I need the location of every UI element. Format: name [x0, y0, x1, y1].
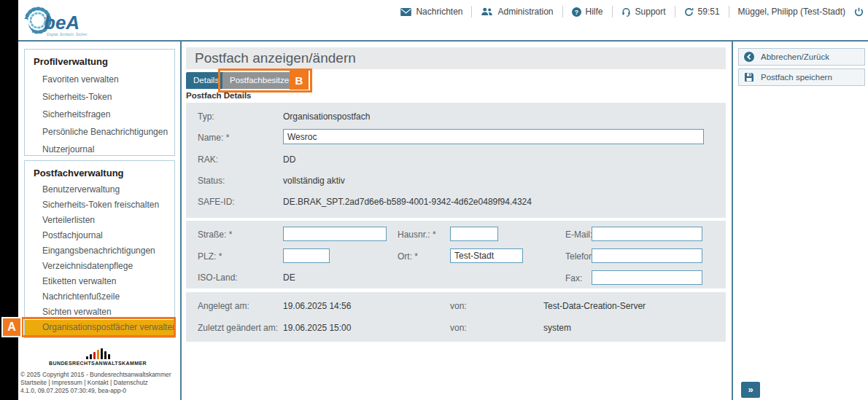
geaendert-von-label: von: — [450, 323, 467, 333]
nav-label: Administration — [497, 7, 553, 17]
header-divider — [18, 40, 868, 42]
cancel-back-button[interactable]: Abbrechen/Zurück — [738, 48, 865, 66]
email-input[interactable] — [592, 227, 702, 241]
envelope-icon — [400, 8, 411, 16]
nav-hilfe[interactable]: ? Hilfe — [572, 7, 603, 17]
geaendert-value: 19.06.2025 15:00 — [283, 323, 351, 333]
ort-input[interactable] — [450, 248, 523, 263]
strasse-label: Straße: * — [198, 230, 232, 240]
sidebar-item[interactable]: Etiketten verwalten — [25, 274, 174, 289]
cancel-back-label: Abbrechen/Zurück — [761, 52, 829, 61]
content-right-divider — [732, 42, 733, 400]
power-icon[interactable] — [854, 7, 864, 17]
support-icon — [621, 7, 631, 17]
telefon-input[interactable] — [592, 248, 702, 263]
bea-logo: beA Digital. Einfach. Sicher. — [22, 1, 102, 39]
sidebar-section-title: Profilverwaltung — [34, 56, 174, 67]
angelegt-value: 19.06.2025 14:56 — [283, 301, 351, 311]
brak-brand-text: BUNDESRECHTSANWALTSKAMMER — [20, 361, 175, 366]
sidebar-item[interactable]: Verzeichnisdatenpflege — [25, 259, 174, 274]
sidebar-item[interactable]: Postfachjournal — [25, 228, 174, 243]
divider — [675, 6, 675, 17]
footer-links[interactable]: Startseite | Impressum | Kontakt | Daten… — [20, 379, 175, 387]
svg-text:?: ? — [574, 8, 578, 15]
fax-label: Fax: — [565, 273, 582, 283]
details-panel: Typ: Organisationspostfach Name: * RAK: … — [186, 103, 726, 218]
collapse-panel-button[interactable]: » — [741, 382, 760, 398]
isoland-label: ISO-Land: — [198, 272, 238, 283]
sidebar-item-list: Favoriten verwaltenSicherheits-TokenSich… — [25, 71, 174, 156]
angelegt-von-label: von: — [450, 301, 467, 311]
name-label: Name: * — [198, 133, 229, 143]
plz-label: PLZ: * — [198, 251, 222, 262]
sidebar-item[interactable]: Nutzerjournal — [25, 141, 174, 156]
divider — [562, 6, 563, 17]
sidebar-item[interactable]: Eingangsbenachrichtigungen — [25, 243, 174, 259]
nav-support[interactable]: Support — [621, 7, 666, 17]
user-name: Müggel, Philipp (Test-Stadt) — [738, 7, 845, 17]
rak-value: DD — [283, 154, 295, 165]
fax-input[interactable] — [592, 270, 702, 285]
session-timer[interactable]: 59:51 — [684, 7, 720, 17]
strasse-input[interactable] — [283, 227, 387, 241]
sidebar-item[interactable]: Verteilerlisten — [25, 213, 174, 228]
sidebar-item[interactable]: Sicherheitsfragen — [25, 106, 174, 123]
geaendert-von-value: system — [543, 323, 571, 333]
save-icon — [744, 72, 754, 82]
ort-label: Ort: * — [398, 251, 418, 262]
meta-panel: Angelegt am: 19.06.2025 14:56 von: Test-… — [186, 292, 726, 342]
footer-version: 4.1.0, 09.07.2025 07:30:49, bea-app-0 — [20, 387, 175, 395]
nav-nachrichten[interactable]: Nachrichten — [400, 7, 462, 17]
refresh-icon — [684, 7, 694, 17]
sidebar-item[interactable]: Sicherheits-Token freischalten — [25, 197, 174, 213]
status-value: vollständig aktiv — [283, 176, 345, 186]
plz-input[interactable] — [283, 248, 330, 263]
sidebar-item[interactable]: Nachrichtenfußzeile — [25, 289, 174, 305]
sidebar-item-list: BenutzerverwaltungSicherheits-Token frei… — [25, 182, 174, 335]
divider — [471, 6, 472, 17]
email-label: E-Mail: — [565, 230, 592, 240]
angelegt-von-value: Test-Data-Creation-Server — [543, 301, 646, 311]
address-panel: Straße: * Hausnr.: * E-Mail: PLZ: * Ort:… — [186, 221, 726, 289]
annotation-badge-b: B — [290, 71, 309, 90]
safeid-value: DE.BRAK_SPT.2ad7d6e6-b589-4001-9342-4d62… — [283, 197, 532, 207]
top-navigation: Nachrichten Administration ? Hilfe Suppo… — [400, 2, 864, 21]
annotation-box-a — [21, 317, 176, 337]
session-timer-value: 59:51 — [698, 7, 720, 17]
status-label: Status: — [198, 176, 225, 186]
safeid-label: SAFE-ID: — [198, 197, 235, 207]
rak-label: RAK: — [198, 154, 218, 165]
footer-copyright: © 2025 Copyright 2015 - Bundesrechtsanwa… — [20, 371, 175, 379]
logo-text-svg: beA — [44, 12, 80, 34]
sidebar-section-title: Postfachverwaltung — [34, 168, 174, 179]
name-input[interactable] — [283, 129, 704, 144]
divider — [612, 6, 613, 17]
nav-label: Support — [635, 7, 666, 17]
divider — [729, 6, 729, 17]
sidebar-item[interactable]: Favoriten verwalten — [25, 71, 174, 88]
brak-logo: BUNDESRECHTSANWALTSKAMMER — [20, 348, 175, 366]
save-mailbox-button[interactable]: Postfach speichern — [738, 68, 865, 86]
sidebar-section-profilverwaltung: Profilverwaltung Favoriten verwaltenSich… — [24, 49, 175, 156]
user-menu[interactable]: Müggel, Philipp (Test-Stadt) — [738, 7, 864, 17]
sidebar-item[interactable]: Sicherheits-Token — [25, 88, 174, 106]
sidebar-item[interactable]: Persönliche Benachrichtigungen — [25, 123, 174, 141]
hausnr-input[interactable] — [450, 227, 498, 241]
content-left-divider — [180, 42, 182, 400]
header: beA Digital. Einfach. Sicher. Nachrichte… — [18, 0, 868, 40]
sidebar-item[interactable]: Benutzerverwaltung — [25, 182, 174, 197]
typ-value: Organisationspostfach — [283, 111, 370, 122]
isoland-value: DE — [283, 272, 295, 283]
annotation-black-strip — [0, 0, 18, 400]
geaendert-label: Zuletzt geändert am: — [198, 323, 278, 333]
nav-administration[interactable]: Administration — [481, 7, 553, 17]
hausnr-label: Hausnr.: * — [398, 230, 436, 240]
nav-label: Hilfe — [586, 7, 603, 17]
annotation-badge-a: A — [1, 317, 22, 337]
page-title: Postfach anzeigen/ändern — [186, 47, 726, 69]
brak-bars-logo — [20, 348, 175, 359]
svg-text:Digital. Einfach. Sicher.: Digital. Einfach. Sicher. — [47, 32, 88, 36]
users-icon — [481, 7, 493, 16]
save-mailbox-label: Postfach speichern — [761, 73, 832, 82]
nav-label: Nachrichten — [416, 7, 462, 17]
